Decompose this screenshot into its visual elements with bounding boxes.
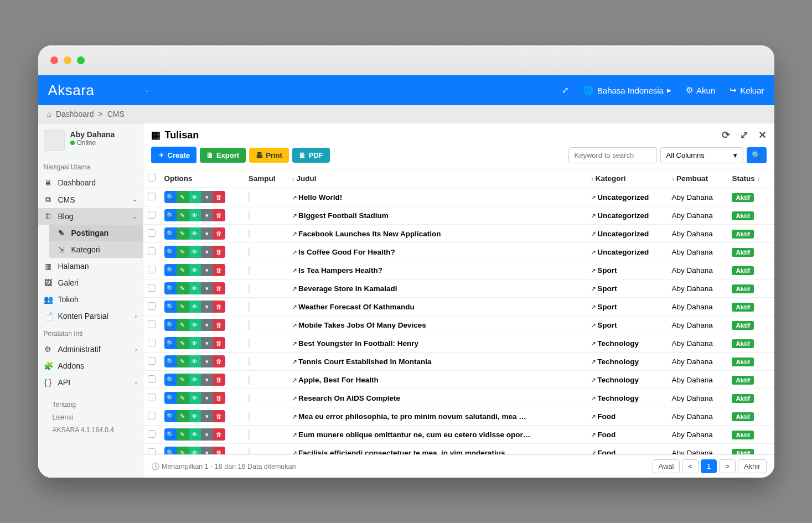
- more-icon[interactable]: ▾: [201, 447, 213, 454]
- edit-icon[interactable]: ✎: [177, 282, 189, 294]
- row-category[interactable]: Uncategorized: [597, 193, 649, 201]
- more-icon[interactable]: ▾: [201, 355, 213, 367]
- delete-icon[interactable]: 🗑: [213, 264, 225, 276]
- select-all-checkbox[interactable]: [148, 174, 156, 182]
- nav-addons[interactable]: 🧩Addons: [38, 358, 143, 374]
- row-title[interactable]: Tennis Court Established In Montania: [298, 358, 432, 366]
- nav-kategori[interactable]: ⇲Kategori: [49, 241, 143, 258]
- view-icon[interactable]: 🔍: [164, 319, 177, 331]
- view-icon[interactable]: 🔍: [164, 374, 177, 386]
- more-icon[interactable]: ▾: [201, 282, 213, 294]
- edit-icon[interactable]: ✎: [177, 355, 189, 367]
- visibility-icon[interactable]: 👁: [189, 337, 201, 349]
- more-icon[interactable]: ▾: [201, 337, 213, 349]
- visibility-icon[interactable]: 👁: [189, 410, 201, 422]
- row-title[interactable]: Beverage Store In Kamaladi: [298, 284, 397, 293]
- close-icon[interactable]: ✕: [758, 129, 767, 141]
- row-category[interactable]: Sport: [597, 266, 617, 275]
- row-category[interactable]: Sport: [597, 284, 617, 293]
- more-icon[interactable]: ▾: [201, 428, 213, 441]
- row-title[interactable]: Is Tea Hampers Health?: [298, 266, 382, 275]
- page-first[interactable]: Awal: [653, 459, 680, 473]
- nav-cms[interactable]: ⧉CMS⌄: [38, 191, 143, 208]
- col-pembuat[interactable]: ↕Pembuat: [667, 169, 727, 188]
- expand-icon[interactable]: ⤢: [740, 129, 748, 141]
- row-checkbox[interactable]: [148, 339, 156, 346]
- row-checkbox[interactable]: [148, 412, 156, 420]
- edit-icon[interactable]: ✎: [177, 191, 189, 203]
- edit-icon[interactable]: ✎: [177, 374, 189, 386]
- view-icon[interactable]: 🔍: [164, 410, 177, 422]
- row-category[interactable]: Sport: [597, 321, 617, 329]
- nav-api[interactable]: { }API›: [38, 374, 143, 391]
- edit-icon[interactable]: ✎: [177, 209, 189, 221]
- nav-dashboard[interactable]: 🖥Dashboard: [38, 174, 143, 191]
- row-checkbox[interactable]: [148, 229, 156, 237]
- view-icon[interactable]: 🔍: [164, 428, 177, 441]
- breadcrumb-dashboard[interactable]: Dashboard: [56, 110, 94, 118]
- row-category[interactable]: Uncategorized: [597, 211, 649, 220]
- account-link[interactable]: ⚙ Akun: [686, 85, 715, 95]
- edit-icon[interactable]: ✎: [177, 428, 189, 441]
- row-checkbox[interactable]: [148, 448, 156, 455]
- row-checkbox[interactable]: [148, 357, 156, 365]
- view-icon[interactable]: 🔍: [164, 337, 177, 349]
- row-category[interactable]: Technology: [597, 394, 639, 402]
- row-checkbox[interactable]: [148, 284, 156, 292]
- row-checkbox[interactable]: [148, 430, 156, 438]
- row-category[interactable]: Uncategorized: [597, 248, 649, 256]
- visibility-icon[interactable]: 👁: [189, 209, 201, 221]
- page-prev[interactable]: <: [682, 459, 699, 473]
- view-icon[interactable]: 🔍: [164, 209, 177, 221]
- more-icon[interactable]: ▾: [201, 374, 213, 386]
- view-icon[interactable]: 🔍: [164, 246, 177, 258]
- more-icon[interactable]: ▾: [201, 301, 213, 313]
- more-icon[interactable]: ▾: [201, 191, 213, 203]
- col-judul[interactable]: ↕Judul: [287, 169, 586, 188]
- row-checkbox[interactable]: [148, 193, 156, 200]
- print-button[interactable]: 🖶 Print: [249, 148, 289, 163]
- page-current[interactable]: 1: [701, 459, 717, 473]
- create-button[interactable]: ＋ Create: [151, 147, 196, 163]
- view-icon[interactable]: 🔍: [164, 264, 177, 276]
- edit-icon[interactable]: ✎: [177, 337, 189, 349]
- edit-icon[interactable]: ✎: [177, 319, 189, 331]
- edit-icon[interactable]: ✎: [177, 246, 189, 258]
- view-icon[interactable]: 🔍: [164, 447, 177, 454]
- search-button[interactable]: 🔍: [747, 147, 767, 163]
- columns-select[interactable]: All Columns▾: [660, 147, 743, 163]
- nav-halaman[interactable]: ▥Halaman: [38, 258, 143, 275]
- more-icon[interactable]: ▾: [201, 246, 213, 258]
- nav-konten-parsial[interactable]: 📄Konten Parsial›: [38, 308, 143, 324]
- edit-icon[interactable]: ✎: [177, 447, 189, 454]
- view-icon[interactable]: 🔍: [164, 392, 177, 404]
- visibility-icon[interactable]: 👁: [189, 227, 201, 240]
- visibility-icon[interactable]: 👁: [189, 428, 201, 441]
- row-category[interactable]: Food: [597, 412, 616, 421]
- visibility-icon[interactable]: 👁: [189, 374, 201, 386]
- delete-icon[interactable]: 🗑: [213, 227, 225, 240]
- export-button[interactable]: 🗎 Export: [200, 148, 246, 163]
- row-category[interactable]: Technology: [597, 376, 639, 384]
- row-title[interactable]: Research On AIDS Complete: [298, 394, 400, 402]
- delete-icon[interactable]: 🗑: [213, 191, 225, 203]
- delete-icon[interactable]: 🗑: [213, 447, 225, 454]
- more-icon[interactable]: ▾: [201, 227, 213, 240]
- visibility-icon[interactable]: 👁: [189, 282, 201, 294]
- visibility-icon[interactable]: 👁: [189, 447, 201, 454]
- more-icon[interactable]: ▾: [201, 264, 213, 276]
- visibility-icon[interactable]: 👁: [189, 355, 201, 367]
- edit-icon[interactable]: ✎: [177, 410, 189, 422]
- visibility-icon[interactable]: 👁: [189, 191, 201, 203]
- edit-icon[interactable]: ✎: [177, 227, 189, 240]
- delete-icon[interactable]: 🗑: [213, 355, 225, 367]
- row-category[interactable]: Technology: [597, 339, 639, 348]
- edit-icon[interactable]: ✎: [177, 301, 189, 313]
- page-last[interactable]: Akhir: [738, 459, 767, 473]
- language-switch[interactable]: 🌐 Bahasa Indonesia ▸: [583, 85, 671, 95]
- delete-icon[interactable]: 🗑: [213, 392, 225, 404]
- delete-icon[interactable]: 🗑: [213, 301, 225, 313]
- refresh-icon[interactable]: ⟳: [722, 129, 730, 141]
- fullscreen-toggle-icon[interactable]: ⤢: [562, 85, 569, 95]
- visibility-icon[interactable]: 👁: [189, 264, 201, 276]
